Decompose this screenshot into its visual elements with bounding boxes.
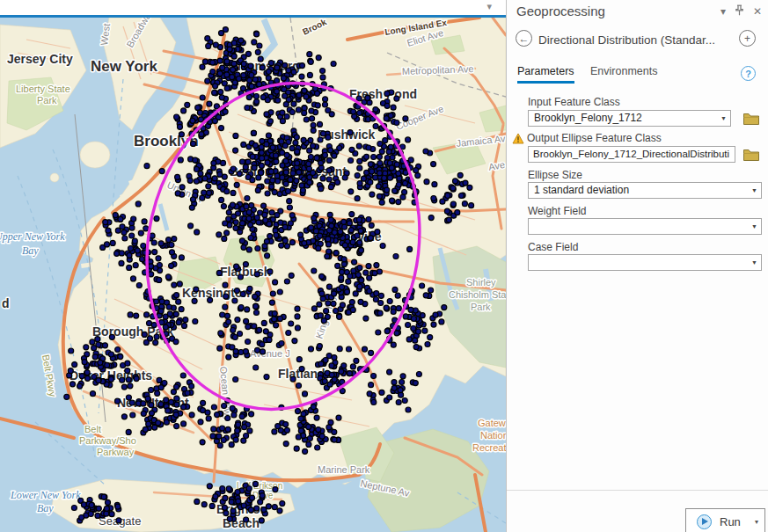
weight-field-combobox[interactable]: ▼ [528, 218, 762, 235]
map-active-view-border [0, 15, 506, 18]
output-ellipse-label: Output Ellipse Feature Class [527, 132, 662, 144]
output-ellipse-input[interactable]: Brooklyn_Felony_1712_DirectionalDistribu… [528, 146, 735, 163]
case-field-combobox[interactable]: ▼ [528, 254, 762, 271]
input-feature-class-value: Brooklyn_Felony_1712 [534, 112, 642, 124]
map-label: Gateway [478, 418, 506, 428]
folder-icon [742, 148, 760, 162]
add-to-model-button[interactable]: + [739, 30, 756, 47]
map-label: Bay [22, 244, 39, 257]
ellipse-size-value: 1 standard deviation [534, 184, 629, 196]
back-arrow-icon: ← [519, 33, 530, 45]
pin-icon[interactable] [735, 4, 744, 18]
chevron-down-icon[interactable]: ▼ [720, 115, 727, 121]
tab-parameters[interactable]: Parameters [517, 65, 574, 84]
map-view[interactable]: Jersey CityNew YorkLiberty StateParkWest… [0, 18, 506, 532]
weight-field-label: Weight Field [528, 205, 586, 217]
warning-icon [512, 132, 524, 148]
map-label: Lower New York [10, 489, 81, 501]
map-label: Park [37, 95, 57, 106]
map-label: Park [471, 302, 491, 312]
run-options-chevron-icon[interactable]: ▾ [755, 518, 758, 526]
geoprocessing-pane: Geoprocessing ▾ ✕ ← Directional Distribu… [506, 0, 768, 532]
arcgis-pro-window: ▾ [0, 0, 768, 532]
map-label: Marine Park [318, 464, 370, 475]
map-label: Belt [84, 424, 101, 434]
tool-title: Directional Distribution (Standar... [538, 33, 735, 47]
output-ellipse-value: Brooklyn_Felony_1712_DirectionalDistribu… [533, 149, 729, 159]
map-label: Chisholm Sta [449, 289, 506, 300]
map-label: d [2, 296, 10, 310]
output-browse-button[interactable] [741, 146, 762, 163]
map-label: National [480, 430, 506, 441]
pane-menu-chevron-icon[interactable]: ▾ [720, 6, 726, 17]
chevron-down-icon[interactable]: ▼ [751, 259, 757, 266]
map-top-bar: ▾ [0, 0, 506, 15]
map-canvas[interactable]: Jersey CityNew YorkLiberty StateParkWest… [0, 18, 506, 532]
pane-window-controls: ▾ ✕ [720, 4, 762, 18]
chevron-down-icon[interactable]: ▼ [751, 187, 757, 193]
chevron-down-icon[interactable]: ▼ [751, 223, 757, 230]
tab-environments[interactable]: Environments [590, 65, 657, 77]
ellipse-size-label: Ellipse Size [528, 169, 582, 181]
map-label: Parkway/Sho [79, 435, 136, 446]
map-label: Bay [37, 502, 54, 514]
map-label: Kensington [182, 286, 250, 300]
back-button[interactable]: ← [516, 30, 532, 47]
input-feature-class-combobox[interactable]: Brooklyn_Felony_1712 ▼ [528, 110, 731, 127]
map-label: Jersey City [7, 52, 73, 66]
map-label: New York [91, 58, 157, 75]
close-icon[interactable]: ✕ [753, 6, 762, 17]
run-button-label: Run [720, 515, 741, 528]
ellipse-size-combobox[interactable]: 1 standard deviation ▼ [528, 182, 762, 199]
plus-icon: + [744, 33, 750, 45]
run-button[interactable]: Run ▾ [685, 508, 765, 532]
folder-icon [742, 112, 760, 126]
map-label: Recreation [472, 442, 506, 453]
map-label: Shirley [466, 277, 496, 288]
case-field-label: Case Field [528, 241, 578, 253]
map-label: Liberty State [16, 84, 70, 94]
pane-footer-divider [507, 490, 768, 491]
help-icon[interactable]: ? [741, 66, 756, 81]
input-feature-class-label: Input Feature Class [528, 96, 620, 108]
map-label: Parkway [97, 447, 135, 457]
map-label: Upper New York [0, 230, 65, 243]
input-browse-button[interactable] [741, 110, 762, 127]
chevron-down-icon[interactable]: ▾ [486, 1, 492, 12]
pane-title: Geoprocessing [516, 4, 605, 18]
run-play-icon [697, 514, 712, 529]
